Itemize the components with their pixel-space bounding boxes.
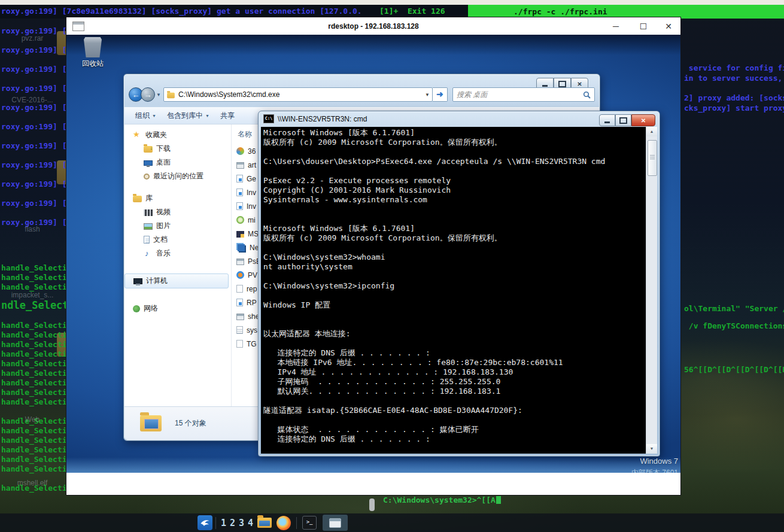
sidebar-item-computer[interactable]: 计算机 xyxy=(124,273,229,288)
host-log-line: roxy.go:199] [ xyxy=(1,103,66,112)
maximize-icon[interactable] xyxy=(615,114,631,126)
host-terminal-prompt: C:\Windows\system32>^[[A xyxy=(383,495,501,504)
scrollbar-thumb[interactable] xyxy=(648,140,657,176)
scroll-down-icon[interactable]: ▼ xyxy=(646,444,657,454)
terminal-icon[interactable]: >_ xyxy=(302,516,317,530)
recycle-bin[interactable]: 回收站 xyxy=(76,37,110,69)
host-log-line: handle_Selectio xyxy=(1,282,66,291)
host-log-line: handle_Selectio xyxy=(1,340,66,349)
console-line: 媒体状态 . . . . . . . . . . . . : 媒体已断开 xyxy=(263,425,644,434)
host-log-line: handle_Selectio xyxy=(1,445,66,454)
console-line: 版权所有 (c) 2009 Microsoft Corporation。保留所有… xyxy=(263,138,644,147)
close-icon[interactable]: ✕ xyxy=(631,114,655,126)
firefox-icon[interactable] xyxy=(276,516,291,530)
sidebar-item-label: 视频 xyxy=(156,207,171,217)
sidebar-item-network[interactable]: 网络 xyxy=(124,302,231,315)
sidebar-item-label: 最近访问的位置 xyxy=(153,171,203,181)
host-log-line: roxy.go:199] [ xyxy=(1,65,66,74)
cmd-titlebar[interactable]: C:\ \\WIN-ENS2VR5TR3N: cmd xyxy=(263,114,367,123)
scroll-up-icon[interactable]: ▲ xyxy=(646,127,657,136)
close-icon[interactable]: ✕ xyxy=(663,20,674,32)
library-icon xyxy=(133,196,142,202)
sidebar-item-docs[interactable]: 文档 xyxy=(124,233,231,247)
console-line: C:\Windows\system32>ipconfig xyxy=(263,281,644,291)
desktop-icon-label: impacket_s... xyxy=(0,291,65,299)
organize-button[interactable]: 组织 xyxy=(135,111,150,121)
lens-file-icon xyxy=(236,271,244,279)
host-log-line: handle_Selectio xyxy=(1,321,66,330)
script-file-icon xyxy=(236,299,243,306)
address-text: C:\Windows\System32\cmd.exe xyxy=(178,90,279,99)
search-input[interactable]: 搜索 桌面 xyxy=(452,87,595,102)
taskbar-rdesktop-button[interactable] xyxy=(323,515,348,531)
sidebar-item-star[interactable]: 收藏夹 xyxy=(124,128,231,142)
sidebar-item-music[interactable]: 音乐 xyxy=(124,247,231,260)
search-icon[interactable] xyxy=(583,91,591,99)
search-placeholder: 搜索 桌面 xyxy=(457,90,487,100)
sidebar-item-label: 下载 xyxy=(156,144,171,154)
sidebar-item-picture[interactable]: 图片 xyxy=(124,219,231,233)
computer-icon xyxy=(133,278,142,284)
rdesktop-titlebar[interactable]: rdesktop - 192.168.183.128 ─ ☐ ✕ xyxy=(66,17,680,35)
host-left-logs: roxy.go:199] [roxy.go:199] [roxy.go:199]… xyxy=(0,0,66,532)
forward-icon[interactable]: → xyxy=(141,87,155,102)
rdesktop-window: rdesktop - 192.168.183.128 ─ ☐ ✕ 回收站 ✕ ←… xyxy=(66,17,681,495)
sidebar-item-recent[interactable]: 最近访问的位置 xyxy=(124,169,231,183)
workspace-button[interactable]: 2 xyxy=(228,518,237,528)
watermark-line1: Windows 7 xyxy=(595,457,678,466)
console-line: 本地链接 IPv6 地址. . . . . . . . : fe80::87e:… xyxy=(263,358,644,367)
minimize-icon[interactable] xyxy=(599,114,615,126)
sidebar-item-desktop[interactable]: 桌面 xyxy=(124,156,231,169)
console-line: C:\Users\douser\Desktop>PsExec64.exe /ac… xyxy=(263,157,644,166)
include-in-library-button[interactable]: 包含到库中 xyxy=(167,111,203,121)
console[interactable]: Microsoft Windows [版本 6.1.7601]版权所有 (c) … xyxy=(261,127,657,454)
sidebar-item-label: 库 xyxy=(145,193,153,203)
download-icon xyxy=(144,146,153,153)
sidebar-item-library[interactable]: 库 xyxy=(124,191,231,205)
console-line xyxy=(263,205,644,214)
address-dropdown-icon[interactable]: ▼ xyxy=(425,92,430,98)
tmux-status-text: [1]+ Exit 126 xyxy=(379,7,445,16)
workspace-button[interactable]: 4 xyxy=(246,518,255,528)
host-log-line: handle_Selectio xyxy=(1,349,66,358)
cmd-icon: C:\ xyxy=(263,114,274,123)
share-button[interactable]: 共享 xyxy=(220,111,235,121)
console-line: 隧道适配器 isatap.{52B66CAE-E0E4-48AC-BD8E-D3… xyxy=(263,406,644,415)
file-manager-icon[interactable] xyxy=(257,518,272,528)
file-name: MS xyxy=(248,230,259,238)
host-log-line: roxy.go:199] [ xyxy=(1,199,66,208)
file-name: Inv xyxy=(247,202,256,211)
sidebar-item-video[interactable]: 视频 xyxy=(124,205,231,219)
video-icon xyxy=(144,209,153,216)
kali-dragon-icon xyxy=(199,517,211,528)
minimize-icon[interactable]: ─ xyxy=(610,20,622,32)
console-scrollbar[interactable]: ▲ ▼ xyxy=(646,127,657,454)
console-line xyxy=(263,147,644,157)
desktop-icon-label: flash xyxy=(0,225,65,233)
kiwi-file-icon xyxy=(236,216,244,224)
item-count-text: 15 个对象 xyxy=(175,418,206,428)
host-terminal-scrollbar[interactable] xyxy=(369,498,375,511)
maximize-icon[interactable]: ☐ xyxy=(637,20,649,32)
sidebar-item-download[interactable]: 下载 xyxy=(124,142,231,156)
console-line: 连接特定的 DNS 后缀 . . . . . . . : xyxy=(263,434,644,444)
host-log-line: in to server success, xyxy=(684,74,782,83)
music-icon xyxy=(144,250,153,258)
host-log-line: roxy.go:199] [ xyxy=(1,160,66,169)
go-button[interactable]: ➜ xyxy=(433,87,448,102)
kali-menu-button[interactable] xyxy=(197,515,212,530)
console-line: Windows IP 配置 xyxy=(263,300,644,310)
file-name: PV xyxy=(248,271,257,279)
console-line xyxy=(263,310,644,320)
host-log-line: handle_Selectio xyxy=(1,426,66,435)
workspace-button[interactable]: 1 xyxy=(219,518,228,528)
address-bar[interactable]: C:\Windows\System32\cmd.exe ▼ xyxy=(163,87,433,102)
console-line: 版权所有 (c) 2009 Microsoft Corporation。保留所有… xyxy=(263,233,644,243)
workspace-button[interactable]: 3 xyxy=(237,518,246,528)
folder-icon xyxy=(140,415,162,431)
sidebar-item-label: 网络 xyxy=(144,303,158,314)
history-dropdown-icon[interactable]: ▼ xyxy=(156,92,161,98)
globe360-file-icon xyxy=(236,147,244,155)
taskbar-separator xyxy=(215,517,216,529)
host-log-line: 56^[[D^[[D^[[D^[[D^[[D xyxy=(684,365,784,374)
